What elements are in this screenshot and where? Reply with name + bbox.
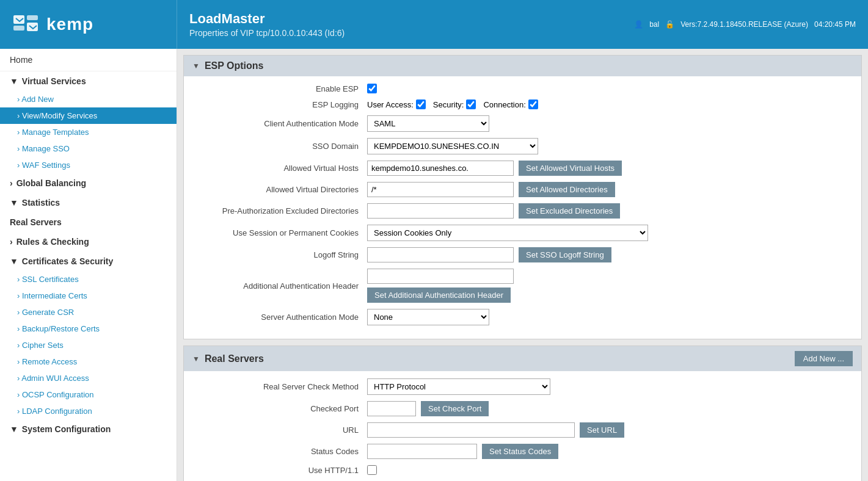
status-codes-input[interactable] bbox=[367, 444, 477, 459]
status-codes-row: Status Codes Set Status Codes bbox=[196, 444, 849, 459]
set-check-port-btn[interactable]: Set Check Port bbox=[421, 401, 489, 416]
additional-auth-header-label: Additional Authentication Header bbox=[196, 281, 367, 291]
sso-domain-label: SSO Domain bbox=[196, 142, 367, 151]
sidebar-item-add-new[interactable]: › Add New bbox=[0, 91, 177, 107]
sidebar-section-global-balancing[interactable]: › Global Balancing bbox=[0, 173, 177, 193]
svg-rect-1 bbox=[13, 26, 24, 31]
allowed-virtual-hosts-label: Allowed Virtual Hosts bbox=[196, 164, 367, 173]
svg-rect-3 bbox=[27, 23, 38, 31]
sidebar-section-virtual-services[interactable]: ▼ Virtual Services bbox=[0, 71, 177, 91]
sidebar-item-ocsp[interactable]: › OCSP Configuration bbox=[0, 386, 177, 403]
sidebar-item-manage-sso[interactable]: › Manage SSO bbox=[0, 140, 177, 157]
use-http11-control bbox=[367, 465, 849, 475]
app-title: LoadMaster bbox=[189, 11, 610, 27]
checked-port-row: Checked Port Set Check Port bbox=[196, 401, 849, 416]
checked-port-label: Checked Port bbox=[196, 404, 367, 413]
set-allowed-dirs-btn[interactable]: Set Allowed Directories bbox=[519, 182, 615, 197]
esp-panel-toggle[interactable]: ▼ bbox=[192, 62, 200, 70]
sidebar-item-ssl-certs[interactable]: › SSL Certificates bbox=[0, 271, 177, 288]
client-auth-mode-control: SAML None Form Based Basic bbox=[367, 115, 849, 132]
logging-user-access-checkbox[interactable] bbox=[416, 99, 426, 109]
allowed-virtual-dirs-input[interactable] bbox=[367, 182, 514, 197]
status-codes-control: Set Status Codes bbox=[367, 444, 849, 459]
esp-panel: ▼ ESP Options Enable ESP ESP Logging bbox=[183, 55, 862, 339]
sidebar-section-rules[interactable]: › Rules & Checking bbox=[0, 232, 177, 251]
check-method-row: Real Server Check Method HTTP Protocol I… bbox=[196, 378, 849, 395]
allowed-virtual-dirs-label: Allowed Virtual Directories bbox=[196, 185, 367, 194]
set-status-codes-btn[interactable]: Set Status Codes bbox=[482, 444, 558, 459]
sidebar: Home ▼ Virtual Services › Add New › View… bbox=[0, 49, 177, 481]
main-content: ▼ ESP Options Enable ESP ESP Logging bbox=[177, 49, 868, 481]
body-wrap: Home ▼ Virtual Services › Add New › View… bbox=[0, 49, 868, 481]
esp-logging-control: User Access: Security: Connection: bbox=[367, 99, 849, 109]
sidebar-item-generate-csr[interactable]: › Generate CSR bbox=[0, 304, 177, 320]
add-new-btn[interactable]: Add New ... bbox=[795, 351, 853, 366]
sidebar-item-admin-wui[interactable]: › Admin WUI Access bbox=[0, 370, 177, 386]
logging-user-access: User Access: bbox=[367, 99, 426, 109]
sidebar-section-label-sys: System Configuration bbox=[22, 424, 111, 434]
set-allowed-virtual-hosts-btn[interactable]: Set Allowed Virtual Hosts bbox=[519, 161, 622, 176]
logging-options: User Access: Security: Connection: bbox=[367, 99, 538, 109]
use-http11-row: Use HTTP/1.1 bbox=[196, 465, 849, 475]
check-method-select[interactable]: HTTP Protocol ICMP TCP None bbox=[367, 378, 550, 395]
pre-auth-excluded-row: Pre-Authorization Excluded Directories S… bbox=[196, 203, 849, 219]
check-method-label: Real Server Check Method bbox=[196, 382, 367, 391]
logging-connection-label: Connection: bbox=[483, 100, 525, 109]
page-subtitle: Properties of VIP tcp/10.0.0.10:443 (Id:… bbox=[189, 28, 610, 38]
server-auth-mode-label: Server Authentication Mode bbox=[196, 313, 367, 322]
logoff-string-input[interactable] bbox=[367, 247, 514, 262]
sidebar-item-ldap[interactable]: › LDAP Configuration bbox=[0, 403, 177, 419]
sidebar-item-backup-restore[interactable]: › Backup/Restore Certs bbox=[0, 320, 177, 337]
allowed-virtual-hosts-input[interactable] bbox=[367, 161, 514, 176]
real-servers-panel-title-area: ▼ Real Servers bbox=[192, 353, 264, 364]
sidebar-item-view-modify[interactable]: › View/Modify Services bbox=[0, 107, 177, 124]
url-control: Set URL bbox=[367, 422, 849, 438]
session-cookies-select[interactable]: Session Cookies Only Permanent Cookies bbox=[367, 225, 648, 241]
logging-security-label: Security: bbox=[433, 100, 464, 109]
logo-area: kemp bbox=[0, 0, 177, 49]
sidebar-section-certs[interactable]: ▼ Certificates & Security bbox=[0, 251, 177, 271]
pre-auth-excluded-input[interactable] bbox=[367, 203, 514, 219]
use-http11-checkbox[interactable] bbox=[367, 465, 377, 475]
real-servers-panel-toggle[interactable]: ▼ bbox=[192, 355, 200, 363]
sidebar-item-waf-settings[interactable]: › WAF Settings bbox=[0, 157, 177, 173]
header-time: 04:20:45 PM bbox=[814, 20, 856, 29]
additional-auth-header-input[interactable] bbox=[367, 269, 514, 284]
sidebar-section-label-gb: Global Balancing bbox=[16, 178, 86, 188]
sidebar-item-remote-access[interactable]: › Remote Access bbox=[0, 353, 177, 370]
sidebar-section-statistics[interactable]: ▼ Statistics bbox=[0, 193, 177, 212]
logging-connection-checkbox[interactable] bbox=[528, 99, 538, 109]
esp-panel-body: Enable ESP ESP Logging User Access: bbox=[184, 76, 861, 339]
user-icon: 👤 bbox=[634, 20, 643, 29]
sso-domain-select[interactable]: KEMPDEMO10.SUNESHES.CO.IN bbox=[367, 138, 538, 154]
set-sso-logoff-btn[interactable]: Set SSO Logoff String bbox=[519, 247, 611, 262]
sidebar-item-home[interactable]: Home bbox=[0, 49, 177, 71]
url-input[interactable] bbox=[367, 422, 575, 438]
real-servers-panel-title: Real Servers bbox=[205, 353, 264, 364]
logoff-string-control: Set SSO Logoff String bbox=[367, 247, 849, 262]
chevron-down-icon: ▼ bbox=[10, 76, 18, 86]
client-auth-mode-select[interactable]: SAML None Form Based Basic bbox=[367, 115, 489, 132]
set-additional-auth-btn[interactable]: Set Additional Authentication Header bbox=[367, 288, 511, 303]
real-servers-panel: ▼ Real Servers Add New ... Real Server C… bbox=[183, 345, 862, 481]
esp-panel-title: ESP Options bbox=[205, 60, 264, 71]
set-excluded-dirs-btn[interactable]: Set Excluded Directories bbox=[519, 203, 620, 219]
allowed-virtual-hosts-control: Set Allowed Virtual Hosts bbox=[367, 161, 849, 176]
checked-port-input[interactable] bbox=[367, 401, 416, 416]
sidebar-item-manage-templates[interactable]: › Manage Templates bbox=[0, 124, 177, 140]
server-auth-mode-select[interactable]: None Basic Form Based bbox=[367, 309, 489, 325]
set-url-btn[interactable]: Set URL bbox=[580, 422, 624, 438]
esp-logging-row: ESP Logging User Access: Security: bbox=[196, 99, 849, 109]
sidebar-section-label-certs: Certificates & Security bbox=[22, 256, 113, 266]
logo-text: kemp bbox=[46, 15, 93, 34]
enable-esp-checkbox[interactable] bbox=[367, 84, 377, 93]
sidebar-item-real-servers[interactable]: Real Servers bbox=[0, 212, 177, 232]
logging-security-checkbox[interactable] bbox=[466, 99, 476, 109]
header-user: bal bbox=[649, 20, 659, 29]
logout-icon[interactable]: 🔓 bbox=[665, 20, 674, 29]
sidebar-item-intermediate-certs[interactable]: › Intermediate Certs bbox=[0, 288, 177, 304]
checked-port-control: Set Check Port bbox=[367, 401, 849, 416]
sidebar-section-system[interactable]: ▼ System Configuration bbox=[0, 419, 177, 439]
sidebar-item-cipher-sets[interactable]: › Cipher Sets bbox=[0, 337, 177, 353]
esp-panel-title-area: ▼ ESP Options bbox=[192, 60, 264, 71]
